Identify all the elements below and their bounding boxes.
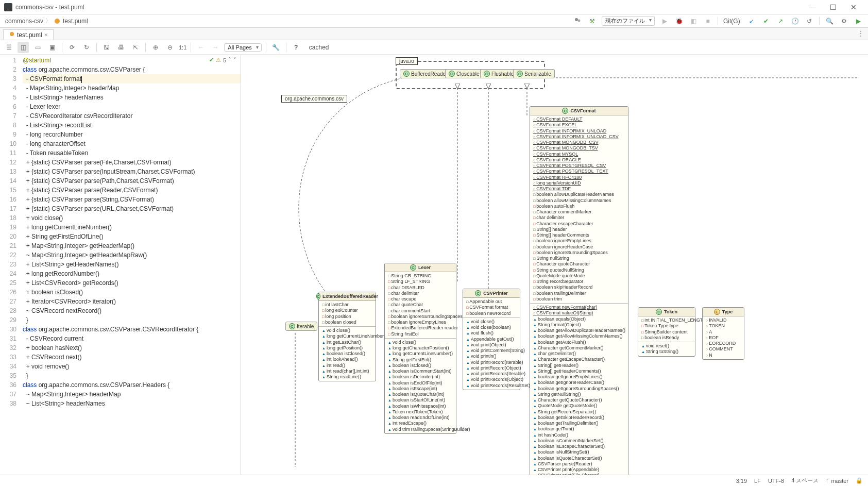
plantuml-file-icon — [9, 31, 15, 39]
zoom-ratio[interactable]: 1:1 — [179, 44, 186, 51]
prev-page-icon[interactable]: ← — [195, 42, 207, 53]
inspection-count: 5 — [223, 57, 226, 63]
stop-icon[interactable]: ■ — [703, 16, 712, 26]
git-rollback-icon[interactable]: ↺ — [805, 16, 814, 26]
render-status: cached — [309, 44, 329, 51]
navigation-bar: commons-csv 〉 test.puml ⚒ 現在のファイル ▶ 🐞 ◧ … — [0, 14, 868, 28]
interface-serializable: CSerializable — [513, 69, 555, 78]
run-icon[interactable]: ▶ — [660, 16, 669, 26]
chevron-up-icon[interactable]: ˄ — [228, 57, 231, 63]
zoom-out-icon[interactable]: ⊖ — [164, 42, 176, 53]
class-lexer: CLexerString CR_STRINGString LF_STRINGch… — [384, 263, 456, 434]
package-label-org: org.apache.commons.csv — [281, 95, 347, 103]
editor-tab-strip: test.puml × ⋮ — [0, 28, 868, 40]
class-csvformat: CCSVFormatCSVFormat DEFAULTCSVFormat EXC… — [530, 106, 628, 475]
editor-tab[interactable]: test.puml × — [3, 29, 54, 40]
code-area[interactable]: @startumlclass org.apache.commons.csv.CS… — [21, 55, 241, 475]
refresh-icon[interactable]: ⟳ — [66, 42, 78, 53]
debug-icon[interactable]: 🐞 — [674, 16, 684, 26]
class-extendedbufferedreader: CExtendedBufferedReaderint lastCharlong … — [318, 292, 376, 381]
package-label-java-io: java.io — [396, 57, 418, 65]
class-csvprinter: CCSVPrinterAppendable outCSVFormat forma… — [463, 289, 520, 390]
inspection-warn-icon: ⚠ — [216, 57, 221, 63]
git-commit-icon[interactable]: ✔ — [761, 16, 771, 26]
inspection-ok-icon: ✔ — [209, 57, 214, 63]
indent-setting[interactable]: 4 スペース — [791, 477, 819, 484]
settings-icon[interactable]: ⚙ — [839, 16, 848, 26]
lock-icon[interactable]: 🔒 — [856, 477, 863, 484]
git-history-icon[interactable]: 🕐 — [790, 16, 799, 26]
breadcrumb-sep: 〉 — [45, 16, 52, 25]
next-page-icon[interactable]: → — [210, 42, 221, 53]
save-icon[interactable]: 🖫 — [101, 42, 112, 53]
branch-icon: ᚶ — [826, 478, 829, 484]
plantuml-file-icon — [54, 18, 61, 25]
chevron-down-icon[interactable]: ˅ — [233, 57, 236, 63]
maximize-button[interactable]: ☐ — [823, 3, 843, 11]
interface-iterable: CIterable — [285, 322, 317, 331]
users-icon[interactable] — [573, 16, 582, 26]
line-separator[interactable]: LF — [754, 478, 761, 484]
tab-menu-icon[interactable]: ⋮ — [858, 30, 864, 37]
enum-type: ETypeINVALIDTOKENAEOFEORECORDCOMMENTN — [702, 307, 744, 360]
editor-tab-label: test.puml — [17, 31, 42, 39]
settings-icon[interactable]: 🔧 — [270, 42, 282, 53]
git-update-icon[interactable]: ↙ — [747, 16, 756, 26]
line-gutter[interactable]: 1234567891011121314151617181920212223242… — [0, 55, 21, 475]
svg-point-1 — [575, 18, 578, 21]
git-push-icon[interactable]: ↗ — [776, 16, 785, 26]
close-button[interactable]: ✕ — [843, 3, 864, 11]
back-icon[interactable]: ↻ — [81, 42, 92, 53]
main-split: ✔ ⚠ 5 ˄ ˅ 123456789101112131415161718192… — [0, 55, 868, 475]
run-anything-icon[interactable]: ▶ — [854, 16, 863, 26]
titlebar: commons-csv - test.puml — ☐ ✕ — [0, 0, 868, 14]
view-split-icon[interactable]: ◫ — [18, 42, 29, 53]
git-label: Git(G): — [723, 18, 742, 25]
status-bar: 3:19 LF UTF-8 4 スペース ᚶ master 🔒 — [0, 475, 868, 486]
help-icon[interactable]: ? — [291, 42, 302, 53]
view-list-icon[interactable]: ☰ — [3, 42, 14, 53]
plantuml-toolbar: ☰ ◫ ▭ ▣ ⟳ ↻ 🖫 🖶 ⇱ ⊕ ⊖ 1:1 ← → All Pages … — [0, 40, 868, 55]
run-config-dropdown[interactable]: 現在のファイル — [602, 16, 655, 26]
minimize-button[interactable]: — — [802, 3, 823, 11]
print-icon[interactable]: 🖶 — [115, 42, 127, 53]
window-title: commons-csv - test.puml — [15, 4, 802, 11]
interface-closeable: CCloseable — [445, 69, 483, 78]
view-image-icon[interactable]: ▣ — [46, 42, 58, 53]
search-icon[interactable]: 🔍 — [825, 16, 834, 26]
svg-point-3 — [10, 32, 14, 36]
pages-dropdown[interactable]: All Pages — [224, 43, 261, 52]
close-tab-icon[interactable]: × — [44, 31, 48, 39]
zoom-in-icon[interactable]: ⊕ — [150, 42, 161, 53]
git-branch[interactable]: ᚶ master — [826, 478, 848, 484]
svg-point-2 — [578, 19, 581, 22]
breadcrumb-project[interactable]: commons-csv — [5, 18, 43, 25]
inspections-widget[interactable]: ✔ ⚠ 5 ˄ ˅ — [209, 57, 236, 63]
file-encoding[interactable]: UTF-8 — [768, 478, 784, 484]
interface-flushable: CFlushable — [480, 69, 517, 78]
view-preview-icon[interactable]: ▭ — [32, 42, 43, 53]
class-token: CTokenint INITIAL_TOKEN_LENGTHToken.Type… — [638, 307, 695, 357]
breadcrumb[interactable]: commons-csv 〉 test.puml — [5, 16, 573, 25]
coverage-icon[interactable]: ◧ — [689, 16, 698, 26]
diagram-preview[interactable]: java.io CBufferedReader CCloseable CFlus… — [241, 55, 868, 475]
build-hammer-icon[interactable]: ⚒ — [587, 16, 597, 26]
export-icon[interactable]: ⇱ — [130, 42, 141, 53]
navbar-tools: ⚒ 現在のファイル ▶ 🐞 ◧ ■ Git(G): ↙ ✔ ↗ 🕐 ↺ 🔍 ⚙ … — [573, 16, 863, 26]
caret-position[interactable]: 3:19 — [736, 478, 747, 484]
code-editor[interactable]: ✔ ⚠ 5 ˄ ˅ 123456789101112131415161718192… — [0, 55, 241, 475]
breadcrumb-file[interactable]: test.puml — [63, 18, 88, 25]
app-icon — [4, 3, 12, 11]
svg-point-0 — [55, 19, 60, 24]
interface-bufferedreader: CBufferedReader — [400, 69, 451, 78]
